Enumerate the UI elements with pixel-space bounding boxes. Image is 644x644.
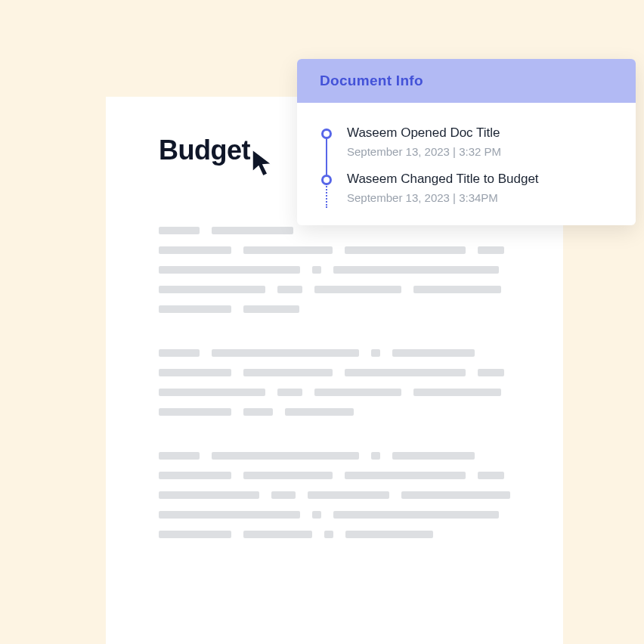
document-info-panel: Document Info Waseem Opened Doc Title Se… — [297, 59, 636, 225]
info-panel-body: Waseem Opened Doc Title September 13, 20… — [297, 103, 636, 225]
timeline-dot-icon — [321, 175, 332, 185]
event-title: Waseem Changed Title to Budget — [347, 172, 613, 187]
event-timestamp: September 13, 2023 | 3:34PM — [347, 191, 613, 204]
info-panel-header: Document Info — [297, 59, 636, 103]
placeholder-paragraph — [159, 349, 510, 416]
timeline-event[interactable]: Waseem Opened Doc Title September 13, 20… — [320, 125, 613, 172]
cursor-icon — [249, 147, 277, 179]
event-timestamp: September 13, 2023 | 3:32 PM — [347, 145, 613, 158]
timeline-connector — [326, 138, 327, 178]
placeholder-paragraph — [159, 227, 510, 313]
event-title: Waseem Opened Doc Title — [347, 125, 613, 141]
timeline-dot-icon — [321, 128, 332, 139]
timeline-connector — [326, 184, 327, 208]
timeline-event[interactable]: Waseem Changed Title to Budget September… — [320, 172, 613, 204]
placeholder-paragraph — [159, 452, 510, 538]
